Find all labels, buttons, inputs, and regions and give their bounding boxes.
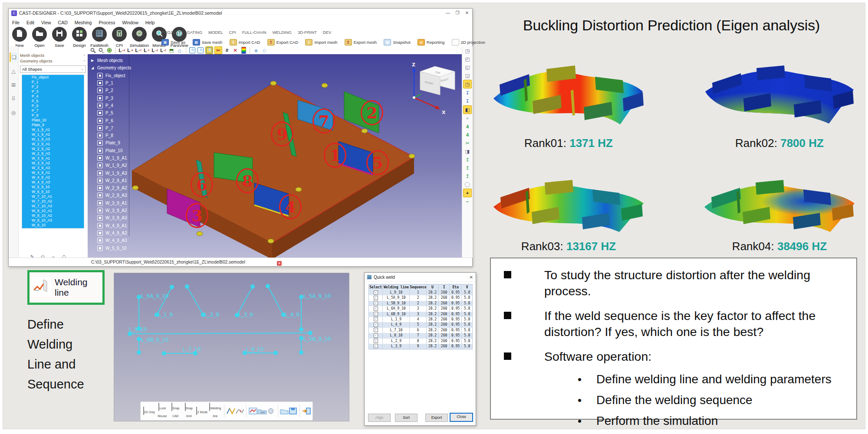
select-face-icon[interactable]: ◰ (464, 55, 471, 63)
tree-root-mesh[interactable]: ▶Mesh objects (91, 57, 131, 64)
open-file-icon[interactable] (280, 406, 289, 416)
object-list-item[interactable]: W_8_10_A2 (22, 213, 84, 218)
reporting-button[interactable]: ▤Reporting (418, 39, 444, 46)
dialog-title-bar[interactable]: Quick weld ✕ (365, 273, 476, 282)
table-row[interactable]: ✓ L_6A_9_10 3 28.2 260 0.95 5.8 (369, 306, 472, 311)
simulation-button[interactable]: Simulation (129, 27, 149, 48)
tree-node[interactable]: W_1_9_A2 (91, 162, 131, 169)
export-1-icon[interactable]: ↥ (464, 156, 471, 163)
node-checkbox[interactable] (97, 245, 103, 251)
tree-node[interactable]: P_1 (91, 79, 131, 87)
table-row[interactable]: ✓ L_6B_9_10 3 28.2 260 0.95 5.8 (369, 312, 472, 317)
mesh-tool-icon[interactable]: ⊞ (10, 80, 17, 90)
object-list-item[interactable]: P_8 (22, 113, 84, 118)
home-view-icon[interactable]: ⌂ (176, 47, 183, 54)
snapshot-button[interactable]: ▣Snapshot (384, 39, 410, 46)
ribbon-tab[interactable]: GATING (187, 30, 202, 36)
node-checkbox[interactable] (97, 95, 103, 101)
table-row[interactable]: ✓ L_1_9 4 28.2 260 0.95 5.8 (369, 317, 472, 322)
tree-node[interactable]: W_2_9_A1 (91, 177, 131, 184)
tree-node[interactable]: W_2_9_A2 (91, 184, 131, 192)
measure-2-icon[interactable]: 4 (464, 131, 471, 139)
tree-node[interactable]: P_5 (91, 109, 131, 117)
tree-node[interactable]: W_4_9_A2 (91, 229, 131, 237)
object-list[interactable]: Fix_objectP_1P_2P_3P_4P_5P_6P_7P_8Plate_… (22, 75, 84, 228)
export-cad-button[interactable]: ↥Export CAD (267, 39, 298, 46)
projection-button[interactable]: ⊕2D projection (452, 39, 485, 46)
export-mesh-button[interactable]: ↥Export mesh (345, 39, 377, 46)
node-checkbox[interactable] (97, 125, 103, 131)
object-list-item[interactable]: P_3 (22, 89, 84, 94)
check-welding-line[interactable]: Welding line (209, 403, 222, 419)
select-body-icon[interactable]: ◳ (464, 47, 471, 55)
node-checkbox[interactable] (97, 185, 103, 191)
sort-button[interactable]: Sort (395, 414, 418, 422)
row-checkbox[interactable]: ✓ (374, 344, 378, 348)
view-minus-z-icon[interactable]: L-Z (160, 47, 167, 54)
node-checkbox[interactable] (97, 230, 103, 236)
shade-cube-icon[interactable]: ◈ (253, 47, 260, 54)
prism-tool-icon[interactable]: △ (10, 66, 17, 76)
object-list-item[interactable]: W_4_9_A1 (22, 170, 84, 175)
tree-node[interactable]: P_6 (91, 117, 131, 124)
object-list-item[interactable]: W_3_9_A3 (22, 166, 84, 170)
object-list-item[interactable]: W_2_9_A2 (22, 147, 84, 151)
object-list-item[interactable]: W_7_10_A1 (22, 194, 84, 199)
node-checkbox[interactable] (97, 170, 103, 176)
menu-item[interactable]: CAD (55, 19, 71, 26)
tree-node[interactable]: Fix_object (91, 72, 131, 79)
object-list-item[interactable]: W_6_9_10 (22, 189, 84, 194)
shape-filter-dropdown[interactable]: All Shapes⌄ (20, 65, 86, 73)
iso-view-icon[interactable]: ⬒ (168, 47, 175, 54)
object-list-item[interactable]: W_4_9_A3 (22, 180, 84, 185)
import-mesh-button[interactable]: ↧Import mesh (305, 39, 337, 46)
minimize-button[interactable]: — (444, 10, 452, 16)
tree-node[interactable]: W_4_9_A3 (91, 237, 131, 244)
box-icon[interactable]: ◨ (464, 147, 471, 155)
remove-icon[interactable]: − (464, 198, 471, 206)
geometry-objects-header[interactable]: Geometry objects (20, 58, 52, 64)
row-checkbox[interactable]: ✓ (374, 333, 378, 338)
tree-node[interactable]: W_1_9_A3 (91, 169, 131, 176)
select-rect-icon[interactable] (205, 46, 213, 54)
info-icon[interactable]: ◯ (464, 180, 471, 188)
object-list-item[interactable]: W_1_9_A1 (22, 127, 84, 132)
object-list-item[interactable]: P_2 (22, 85, 84, 89)
object-list-item[interactable]: W_8_10_A1 (22, 209, 84, 213)
maximize-button[interactable]: ❐ (453, 10, 462, 16)
ribbon-tab[interactable]: FULL-CHAIN (242, 30, 266, 36)
settings-tool-icon[interactable]: ◎ (10, 108, 17, 117)
object-list-item[interactable]: W_5_9_10 (22, 185, 84, 189)
wire-cube-icon[interactable]: ◇ (261, 47, 268, 54)
new-button[interactable]: New (10, 27, 30, 48)
table-row[interactable]: ✓ L_3_9 9 28.2 260 0.95 5.8 (369, 344, 472, 349)
node-checkbox[interactable] (97, 223, 103, 228)
ribbon-tab[interactable]: DEV (323, 30, 332, 36)
menu-item[interactable]: Meshing (71, 19, 95, 26)
zoom-in-rect-icon[interactable] (189, 47, 196, 54)
object-list-item[interactable]: P_6 (22, 104, 84, 108)
menu-item[interactable]: File (9, 19, 23, 26)
node-checkbox[interactable] (97, 110, 103, 116)
add-icon[interactable]: + (463, 189, 472, 197)
ribbon-tab[interactable]: MODEL (208, 30, 223, 36)
node-checkbox[interactable] (97, 200, 103, 206)
table-row[interactable]: ✓ L_2_9 8 28.2 260 0.95 5.8 (369, 339, 472, 344)
tree-node[interactable]: W_4_9_A1 (91, 222, 131, 229)
object-list-item[interactable]: P_7 (22, 108, 84, 113)
colorbar-icon[interactable] (240, 47, 247, 54)
chart-icon[interactable] (249, 406, 257, 416)
node-checkbox[interactable] (97, 163, 103, 168)
csv-export-icon[interactable]: csv (257, 406, 267, 416)
node-checkbox[interactable] (97, 208, 103, 213)
save-mesh-button[interactable]: ▦Save mesh (193, 39, 223, 46)
select-edge-icon[interactable]: ◱ (464, 63, 471, 71)
parts-tool-icon[interactable]: ⠿ (10, 94, 17, 104)
check-lock-mouse[interactable]: Lock Mouse (156, 403, 169, 419)
tree-node[interactable]: P_8 (91, 132, 131, 139)
dialog-close-icon[interactable]: ✕ (470, 275, 473, 280)
menu-item[interactable]: Process (95, 19, 118, 26)
table-row[interactable]: ✓ L_5A_9_10 2 28.2 260 0.95 5.8 (369, 295, 472, 300)
row-checkbox[interactable]: ✓ (374, 339, 378, 343)
node-checkbox[interactable] (97, 238, 103, 243)
